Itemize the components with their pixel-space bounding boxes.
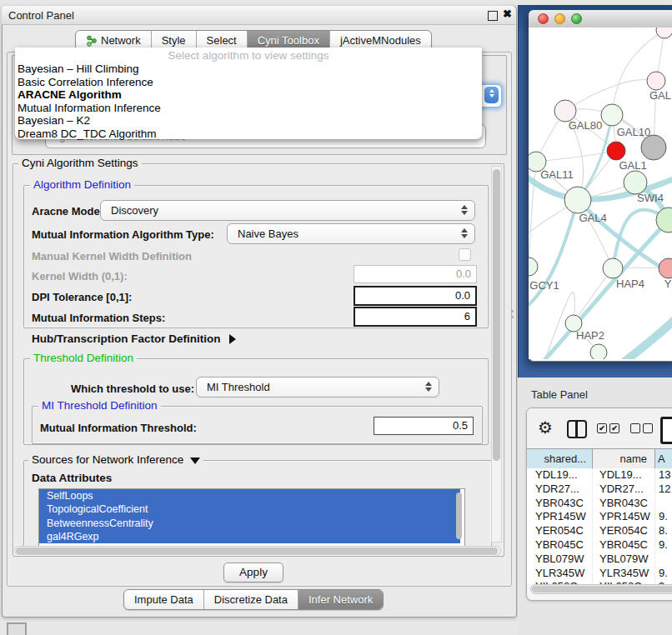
combo-spinner-icon	[424, 382, 433, 392]
table-panel-card: ⚙ ✔ ✔ shared... name A YDL19...YDL19...1…	[526, 408, 672, 601]
window-close-traffic-light-icon[interactable]	[538, 13, 549, 24]
network-node-gal1[interactable]	[607, 142, 625, 160]
data-attribute-item-selected[interactable]: BetweennessCentrality	[39, 517, 460, 530]
table-panel-title: Table Panel	[531, 388, 588, 401]
threshold-definition-title: Threshold Definition	[30, 352, 137, 364]
network-window-titlebar[interactable]	[529, 10, 672, 28]
table-row[interactable]: YLR345WYLR345W9.	[527, 567, 672, 581]
table-cell: YLR345W	[593, 567, 655, 581]
combo-spinner-icon	[484, 87, 499, 103]
tab-discretize-data[interactable]: Discretize Data	[203, 590, 298, 609]
export-table-icon[interactable]	[660, 417, 672, 444]
table-header-row: shared... name A	[527, 448, 672, 469]
network-node-gcy1[interactable]	[529, 258, 538, 276]
list-scrollbar-thumb[interactable]	[456, 492, 462, 539]
network-node-label: GCY1	[529, 279, 559, 292]
split-columns-icon[interactable]	[567, 420, 587, 438]
select-all-checkbox-icon[interactable]: ✔	[609, 423, 619, 433]
network-canvas[interactable]: GALGAL80GAL10GAL1GAL11SWI4GAL4GCY1HAP4YH…	[529, 28, 672, 359]
splitter-grip-dot[interactable]	[511, 316, 514, 318]
data-attribute-item-selected[interactable]: TopologicalCoefficient	[39, 502, 460, 516]
close-icon[interactable]: ✖	[503, 8, 512, 21]
network-node[interactable]	[590, 344, 607, 359]
deselect-all-checkbox-icon[interactable]	[643, 423, 653, 433]
table-toolbar: ⚙ ✔ ✔	[527, 408, 672, 448]
control-panel-titlebar[interactable]	[2, 6, 515, 25]
kernel-width-label: Kernel Width (0,1):	[32, 270, 128, 282]
algorithm-option[interactable]: Mutual Information Inference	[15, 102, 482, 115]
table-row[interactable]: YDR27...YDR27...12	[527, 482, 672, 497]
table-row[interactable]: YBR045CYBR045C9.	[527, 538, 672, 552]
network-node-label: Y	[664, 278, 672, 290]
network-node[interactable]	[656, 28, 672, 38]
apply-button[interactable]: Apply	[223, 562, 283, 582]
data-attributes-label: Data Attributes	[32, 472, 112, 484]
data-attribute-item-selected[interactable]: gal4RGexp	[39, 530, 460, 543]
settings-horizontal-scrollbar-thumb[interactable]	[16, 548, 498, 554]
tab-infer-network[interactable]: Infer Network	[298, 590, 383, 609]
network-node-gal10[interactable]	[601, 104, 623, 126]
tab-label: Infer Network	[308, 590, 373, 609]
table-cell: YBR045C	[527, 538, 593, 552]
combo-spinner-icon	[460, 205, 469, 215]
data-attribute-item-selected[interactable]: SelfLoops	[39, 489, 460, 502]
network-node-label: GAL	[649, 89, 671, 102]
mi-algorithm-type-combobox[interactable]: Naive Bayes	[227, 223, 475, 244]
column-header-shared-name[interactable]: shared...	[527, 449, 593, 468]
data-attributes-list[interactable]: SelfLoopsTopologicalCoefficientBetweenne…	[38, 488, 465, 547]
network-node-gal[interactable]	[647, 72, 665, 90]
mi-threshold-definition-title: MI Threshold Definition	[38, 400, 161, 412]
mi-threshold-field[interactable]: 0.5	[374, 417, 474, 435]
tab-label: Discretize Data	[214, 590, 288, 609]
network-node-label: GAL11	[540, 168, 574, 181]
mi-steps-label: Mutual Information Steps:	[32, 312, 165, 324]
splitter-grip-dot[interactable]	[511, 310, 514, 312]
aracne-mode-combobox[interactable]: Discovery	[100, 200, 475, 221]
manual-kernel-width-label: Manual Kernel Width Definition	[32, 250, 192, 262]
network-node-y[interactable]	[659, 258, 672, 278]
table-row[interactable]: YBR043CYBR043C	[527, 497, 672, 511]
float-window-icon[interactable]	[488, 11, 498, 21]
table-row[interactable]: YDL19...YDL19...13	[527, 468, 672, 482]
algorithm-option[interactable]: Bayesian – Hill Climbing	[15, 62, 482, 76]
table-cell: YDL19...	[593, 468, 655, 482]
hub-definition-expander[interactable]: Hub/Transcription Factor Definition	[32, 332, 236, 345]
table-cell: YER054C	[593, 524, 655, 538]
table-row[interactable]: YER054CYER054C8.	[527, 524, 672, 538]
tab-impute-data[interactable]: Impute Data	[124, 590, 203, 609]
algorithm-option[interactable]: ARACNE Algorithm	[15, 88, 482, 102]
which-threshold-combobox[interactable]: MI Threshold	[196, 377, 439, 398]
table-cell: YPR145W	[527, 510, 593, 524]
window-zoom-traffic-light-icon[interactable]	[571, 13, 582, 24]
select-all-checkbox-icon[interactable]: ✔	[597, 423, 607, 433]
collapsed-panel-grip[interactable]	[7, 622, 27, 635]
deselect-all-checkbox-icon[interactable]	[630, 423, 640, 433]
mi-steps-field[interactable]: 6	[354, 307, 477, 327]
combo-spinner-icon	[460, 228, 469, 238]
network-node-hap4[interactable]	[603, 258, 623, 278]
window-minimize-traffic-light-icon[interactable]	[554, 13, 565, 24]
algorithm-option[interactable]: Bayesian – K2	[15, 114, 482, 128]
table-row[interactable]: YPR145WYPR145W9.	[527, 510, 672, 524]
table-body: YDL19...YDL19...13YDR27...YDR27...12YBR0…	[527, 468, 672, 584]
kernel-width-field[interactable]: 0.0	[354, 265, 477, 283]
network-node-label: HAP4	[616, 278, 644, 290]
settings-vertical-scrollbar-thumb[interactable]	[493, 169, 500, 461]
algorithm-option[interactable]: Basic Correlation Inference	[15, 76, 482, 89]
table-row[interactable]: YBL079WYBL079W	[527, 552, 672, 567]
hub-definition-label: Hub/Transcription Factor Definition	[32, 332, 221, 345]
mi-threshold-label: Mutual Information Threshold:	[40, 422, 197, 434]
manual-kernel-width-checkbox[interactable]	[459, 248, 471, 261]
algorithm-option[interactable]: Dream8 DC_TDC Algorithm	[15, 128, 482, 141]
table-horizontal-scrollbar-thumb[interactable]	[532, 586, 672, 592]
mi-algorithm-type-label: Mutual Information Algorithm Type:	[32, 228, 214, 241]
aracne-mode-label: Aracne Mode:	[32, 205, 103, 218]
column-header-name[interactable]: name	[593, 449, 655, 468]
network-node-swi4[interactable]	[624, 171, 647, 194]
network-node[interactable]	[641, 135, 666, 160]
sources-group-title[interactable]: Sources for Network Inference	[28, 454, 203, 466]
gear-icon[interactable]: ⚙	[538, 418, 553, 438]
dpi-tolerance-field[interactable]: 0.0	[354, 286, 477, 306]
column-header-partial[interactable]: A	[655, 449, 672, 468]
network-node-gal4[interactable]	[564, 187, 591, 213]
